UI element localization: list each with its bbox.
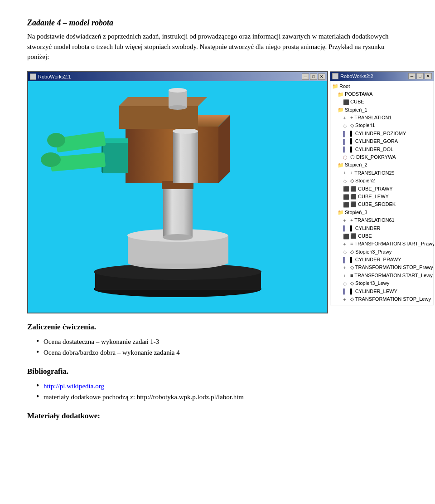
gear-icon: ◇ [343, 178, 349, 184]
maximize-button[interactable]: □ [310, 73, 317, 80]
tree-item[interactable]: 📁Stopień_1 [330, 106, 434, 114]
tree-item-label: ⬡ DISK_POKRYWA [350, 154, 396, 161]
svg-marker-12 [218, 115, 230, 183]
tree-item-label: ▌ CYLINDER_PRAWY [350, 256, 401, 263]
tree-item[interactable]: ▌▌ CYLINDER_DOL [330, 146, 434, 153]
svg-point-20 [47, 133, 65, 147]
tree-item-label: ◇ Stopień2 [350, 177, 375, 184]
tree-item[interactable]: ⬛⬛ CUBE_LEWY [330, 193, 434, 201]
titlebar-controls[interactable]: ─ □ ✕ [302, 73, 325, 80]
tree-minimize[interactable]: ─ [408, 73, 416, 79]
svg-point-22 [41, 152, 61, 167]
tree-item-label: ◇ Stopień1 [350, 122, 375, 129]
tree-item[interactable]: ▌▌ CYLINDER_LEWY [330, 288, 434, 295]
folder-icon: 📁 [338, 107, 344, 113]
tree-item[interactable]: +≡ TRANSFORMATION START_Prawy [330, 240, 434, 248]
tree-item[interactable]: 📁PODSTAWA [330, 90, 434, 98]
materials-source: materiały dodatkowe pochodzą z: http://r… [44, 393, 244, 401]
main-window: RoboWorks2:1 ─ □ ✕ [27, 71, 328, 313]
tree-item[interactable]: 📁Stopień_3 [330, 209, 434, 216]
svg-point-27 [169, 105, 187, 110]
close-button[interactable]: ✕ [318, 73, 325, 80]
arrow-icon: + [343, 241, 349, 247]
tree-titlebar-left: RoboWorks2:2 [332, 73, 373, 79]
cyl-icon: ▌ [343, 138, 349, 145]
tree-item-label: ▌ CYLINDER_POZIOMY [350, 130, 406, 137]
tree-item-label: ▌ CYLINDER [350, 225, 380, 232]
svg-point-26 [169, 88, 187, 93]
tree-item-label: CUBE [350, 98, 364, 105]
tree-item-label: ≡ TRANSFORMATION START_Lewy [350, 272, 433, 279]
folder-icon: 📁 [338, 209, 344, 215]
folder-icon: 📁 [338, 162, 344, 168]
tree-item[interactable]: ⬛⬛ CUBE_SRODEK [330, 201, 434, 208]
tree-item-label: ⬛ CUBE_LEWY [350, 193, 389, 200]
screenshot-area: RoboWorks2:1 ─ □ ✕ [27, 71, 408, 313]
bibliography-list: http://pl.wikipedia.org materiały dodatk… [36, 381, 408, 402]
tree-item[interactable]: +◇ TRANSFORMATION STOP_Prawy [330, 264, 434, 271]
tree-item[interactable]: +◇ TRANSFORMATION STOP_Lewy [330, 295, 434, 303]
tree-item-label: ◇ Stopień3_Lewy [350, 280, 389, 287]
tree-item-label: ◇ Stopień3_Prawy [350, 249, 392, 255]
tree-item[interactable]: ▌▌ CYLINDER_POZIOMY [330, 130, 434, 137]
cube-icon: ⬛ [343, 186, 349, 192]
svg-rect-16 [103, 139, 128, 173]
tree-item-label: ▌ CYLINDER_GORA [350, 138, 398, 145]
tree-item[interactable]: ⬛⬛ CUBE_PRAWY [330, 185, 434, 193]
tree-item[interactable]: ▌▌ CYLINDER_PRAWY [330, 256, 434, 264]
arrow-icon: + [343, 264, 349, 271]
bibliography-item-1[interactable]: http://pl.wikipedia.org [36, 381, 408, 391]
viewport [28, 81, 327, 313]
tree-item-label: ≡ TRANSFORMATION START_Prawy [350, 240, 434, 247]
tree-item[interactable]: ◇◇ Stopień3_Prawy [330, 248, 434, 256]
tree-window: RoboWorks2:2 ─ □ ✕ 📁Root📁PODSTAWA⬛CUBE📁S… [330, 71, 434, 306]
window-icon [30, 73, 36, 80]
tree-item[interactable]: 📁Root [330, 83, 434, 90]
svg-point-15 [173, 128, 198, 134]
tree-item-label: PODSTAWA [345, 91, 372, 98]
tree-item-label: ◇ TRANSFORMATION STOP_Prawy [350, 264, 433, 271]
gear-icon: ◇ [343, 280, 349, 287]
tree-window-icon [332, 73, 338, 79]
minimize-button[interactable]: ─ [302, 73, 309, 80]
tree-item[interactable]: ◇◇ Stopień3_Lewy [330, 279, 434, 287]
tree-maximize[interactable]: □ [416, 73, 424, 79]
tree-item-label: Root [339, 83, 350, 90]
arrow-icon: + [343, 296, 349, 303]
intro-text: Na podstawie doświadczeń z poprzednich z… [27, 31, 408, 62]
tree-item[interactable]: ◇◇ Stopień2 [330, 177, 434, 185]
disk-icon: ⬡ [343, 154, 349, 161]
wiki-link[interactable]: http://pl.wikipedia.org [44, 382, 104, 390]
robot-svg [28, 81, 327, 313]
tree-item-label: ▌ CYLINDER_DOL [350, 146, 393, 153]
tree-item-label: ⬛ CUBE [350, 233, 372, 240]
gear-icon: ◇ [343, 122, 349, 129]
tree-item[interactable]: ◇◇ Stopień1 [330, 122, 434, 129]
tree-item[interactable]: ▌▌ CYLINDER [330, 225, 434, 232]
svg-rect-10 [126, 127, 218, 183]
tree-controls[interactable]: ─ □ ✕ [408, 73, 432, 79]
arrow-icon: + [343, 273, 349, 279]
tree-item[interactable]: ▌▌ CYLINDER_GORA [330, 137, 434, 145]
tree-item[interactable]: ⬡⬡ DISK_POKRYWA [330, 153, 434, 161]
tree-item-label: ▌ CYLINDER_LEWY [350, 288, 397, 295]
cyl-icon: ▌ [343, 131, 349, 137]
tree-item[interactable]: +≡ TRANSFORMATION START_Lewy [330, 272, 434, 279]
tree-item[interactable]: ⬛⬛ CUBE [330, 232, 434, 240]
svg-rect-25 [169, 90, 187, 108]
tree-item[interactable]: ++ TRANSLATION29 [330, 169, 434, 177]
tree-item[interactable]: ⬛CUBE [330, 98, 434, 106]
materials-title: Materiały dodatkowe: [27, 411, 408, 421]
tree-item-label: + TRANSLATION61 [350, 217, 395, 224]
tree-item-label: + TRANSLATION1 [350, 114, 392, 121]
cyl-icon: ▌ [343, 257, 349, 263]
arrow-icon: + [343, 217, 349, 224]
zaliczenie-list: Ocena dostateczna – wykonanie zadań 1-3 … [36, 336, 408, 358]
tree-item[interactable]: ++ TRANSLATION1 [330, 114, 434, 122]
bullet-item-2: Ocena dobra/bardzo dobra – wykonanie zad… [36, 347, 408, 358]
tree-item[interactable]: ++ TRANSLATION61 [330, 216, 434, 224]
tree-item[interactable]: 📁Stopień_2 [330, 161, 434, 169]
tree-close[interactable]: ✕ [425, 73, 432, 79]
zaliczenie-title: Zaliczenie ćwiczenia. [27, 323, 408, 332]
svg-point-9 [163, 234, 193, 240]
